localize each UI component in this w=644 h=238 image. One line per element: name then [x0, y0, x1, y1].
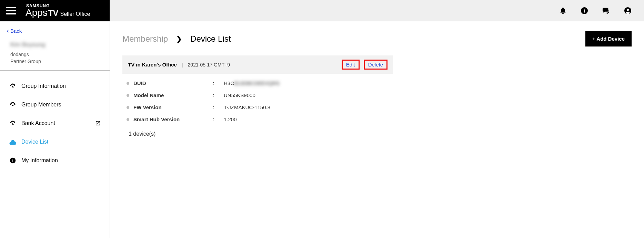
detail-row: DUID : H3CB13DBCDEEXQRS [125, 77, 390, 89]
sidebar-item-bank-account[interactable]: Bank Account [0, 114, 110, 133]
sidebar-item-label: Bank Account [21, 120, 55, 126]
sidebar: SAMSUNG Apps TV Seller Office ‹ Back Kim… [0, 0, 110, 238]
sidebar-item-label: Device List [21, 139, 48, 145]
brand-apps: Apps [26, 8, 48, 18]
bullet-icon [127, 118, 129, 121]
device-title: TV in Karen's Office [128, 62, 177, 68]
info-icon [9, 157, 17, 164]
chevron-left-icon: ‹ [7, 28, 9, 34]
brand-tv: TV [48, 9, 58, 17]
sidebar-item-group-information[interactable]: Group Information [0, 77, 110, 95]
chat-icon[interactable] [602, 7, 610, 14]
menu-icon[interactable] [6, 7, 16, 14]
bullet-icon [127, 94, 129, 97]
edit-button[interactable]: Edit [342, 60, 360, 70]
bullet-icon [127, 106, 129, 109]
sidebar-item-my-information[interactable]: My Information [0, 151, 110, 170]
sidebar-item-label: Group Members [21, 102, 61, 108]
detail-row: FW Version : T-JZMAKUC-1150.8 [125, 101, 390, 113]
brand-seller: Seller Office [60, 11, 90, 17]
separator: | [182, 62, 183, 68]
content: Membership ❯ Device List + Add Device TV… [110, 21, 644, 152]
external-link-icon [95, 121, 101, 126]
svg-point-2 [12, 159, 13, 159]
user-role: Partner Group [10, 59, 99, 64]
breadcrumb-root[interactable]: Membership [122, 34, 168, 44]
svg-rect-1 [12, 160, 13, 162]
sidebar-nav: Group Information Group Members Bank Acc… [0, 71, 110, 170]
detail-value: 1.200 [224, 116, 237, 122]
breadcrumb-current: Device List [190, 34, 231, 44]
topbar [110, 0, 644, 21]
bullet-icon [127, 82, 129, 85]
breadcrumb: Membership ❯ Device List [122, 34, 231, 44]
sidebar-item-device-list[interactable]: Device List [0, 133, 110, 151]
device-card-header: TV in Karen's Office | 2021-05-17 GMT+9 … [122, 55, 393, 74]
detail-row: Model Name : UN55KS9000 [125, 89, 390, 101]
detail-value: H3CB13DBCDEEXQRS [224, 80, 280, 86]
back-label: Back [10, 28, 22, 34]
user-name: Kim Boyoung [10, 41, 99, 48]
brand-logo[interactable]: SAMSUNG Apps TV Seller Office [26, 4, 90, 18]
sidebar-item-group-members[interactable]: Group Members [0, 95, 110, 114]
cloud-icon [9, 139, 17, 145]
detail-label: FW Version [133, 104, 213, 110]
svg-point-5 [584, 9, 585, 10]
bell-icon[interactable] [559, 7, 567, 15]
user-icon[interactable] [624, 7, 632, 14]
back-link[interactable]: ‹ Back [0, 21, 110, 38]
svg-point-7 [627, 9, 629, 11]
sidebar-item-label: My Information [21, 157, 58, 164]
delete-button[interactable]: Delete [364, 60, 388, 70]
device-details: DUID : H3CB13DBCDEEXQRS Model Name : UN5… [122, 74, 393, 125]
main: Membership ❯ Device List + Add Device TV… [110, 0, 644, 238]
chevron-right-icon: ❯ [176, 35, 182, 43]
detail-value: UN55KS9000 [224, 92, 255, 98]
svg-rect-4 [584, 10, 585, 12]
device-card: TV in Karen's Office | 2021-05-17 GMT+9 … [122, 55, 393, 143]
device-date: 2021-05-17 GMT+9 [188, 62, 230, 68]
detail-label: DUID [133, 80, 213, 86]
dashboard-icon [9, 102, 17, 108]
info-icon[interactable] [581, 7, 588, 14]
detail-row: Smart Hub Version : 1.200 [125, 113, 390, 125]
detail-value: T-JZMAKUC-1150.8 [224, 104, 270, 110]
dashboard-icon [9, 120, 17, 126]
user-org: dodangs [10, 52, 99, 57]
device-count: 1 device(s) [122, 125, 393, 143]
user-block: Kim Boyoung dodangs Partner Group [0, 38, 110, 71]
page-header: Membership ❯ Device List + Add Device [122, 31, 632, 46]
detail-label: Smart Hub Version [133, 116, 213, 122]
sidebar-header: SAMSUNG Apps TV Seller Office [0, 0, 110, 21]
add-device-button[interactable]: + Add Device [585, 31, 632, 46]
dashboard-icon [9, 83, 17, 89]
detail-label: Model Name [133, 92, 213, 98]
sidebar-item-label: Group Information [21, 83, 66, 89]
